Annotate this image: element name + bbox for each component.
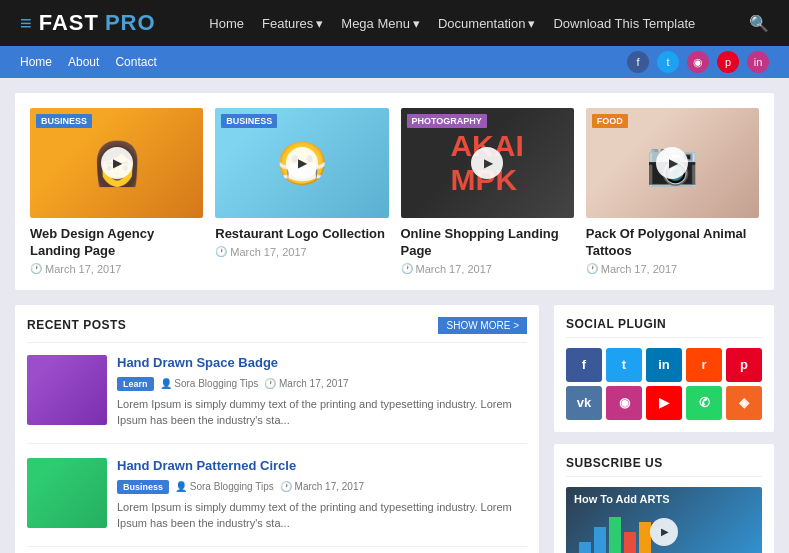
post-thumb-1 — [27, 355, 107, 425]
social-instagram-btn[interactable]: ◉ — [606, 386, 642, 420]
post-item-1: Hand Drawn Space Badge Learn 👤 Sora Blog… — [27, 355, 527, 444]
logo-icon: ≡ — [20, 12, 33, 35]
post-item-2: Hand Drawn Patterned Circle Business 👤 S… — [27, 458, 527, 547]
post-content-1: Hand Drawn Space Badge Learn 👤 Sora Blog… — [117, 355, 527, 429]
featured-title-2: Restaurant Logo Collection — [215, 226, 388, 243]
featured-section: 👩 BUSINESS Web Design Agency Landing Pag… — [15, 93, 774, 290]
social-grid: f t in r p vk ◉ ▶ ✆ ◈ — [566, 348, 762, 420]
nav-download[interactable]: Download This Template — [553, 16, 695, 31]
nav-home[interactable]: Home — [209, 16, 244, 31]
sidebar: SOCIAL PLUGIN f t in r p vk ◉ ▶ ✆ ◈ SUBS… — [554, 305, 774, 553]
social-vk-btn[interactable]: vk — [566, 386, 602, 420]
recent-posts-title: RECENT POSTS — [27, 318, 126, 332]
post-content-2: Hand Drawn Patterned Circle Business 👤 S… — [117, 458, 527, 532]
post-excerpt-1: Lorem Ipsum is simply dummy text of the … — [117, 396, 527, 429]
social-whatsapp-btn[interactable]: ✆ — [686, 386, 722, 420]
instagram-icon[interactable]: ◉ — [687, 51, 709, 73]
post-title-1[interactable]: Hand Drawn Space Badge — [117, 355, 527, 372]
featured-date-4: 🕐 March 17, 2017 — [586, 263, 759, 275]
sec-nav-home[interactable]: Home — [20, 55, 52, 69]
post-meta-2: Business 👤 Sora Blogging Tips 🕐 March 17… — [117, 480, 527, 494]
subscribe-card: SUBSCRIBE US — [554, 444, 774, 553]
show-more-button[interactable]: SHOW MORE > — [438, 317, 527, 334]
category-badge-2: BUSINESS — [221, 114, 277, 128]
social-reddit-btn[interactable]: r — [686, 348, 722, 382]
featured-date-3: 🕐 March 17, 2017 — [401, 263, 574, 275]
post-tag-2[interactable]: Business — [117, 480, 169, 494]
featured-thumb-2: 😷 BUSINESS — [215, 108, 388, 218]
post-thumb-2 — [27, 458, 107, 528]
category-badge-3: PHOTOGRAPHY — [407, 114, 487, 128]
featured-thumb-3: AKAIMPK PHOTOGRAPHY — [401, 108, 574, 218]
secondary-nav-links: Home About Contact — [20, 55, 157, 69]
social-plugin-title: SOCIAL PLUGIN — [566, 317, 762, 338]
nav-documentation[interactable]: Documentation ▾ — [438, 16, 535, 31]
social-twitter-btn[interactable]: t — [606, 348, 642, 382]
post-date-2: 🕐 March 17, 2017 — [280, 481, 364, 492]
nav-mega-menu[interactable]: Mega Menu ▾ — [341, 16, 420, 31]
featured-title-1: Web Design Agency Landing Page — [30, 226, 203, 260]
play-button-4[interactable] — [656, 147, 688, 179]
post-title-2[interactable]: Hand Drawn Patterned Circle — [117, 458, 527, 475]
clock-icon-4: 🕐 — [586, 263, 598, 274]
featured-thumb-1: 👩 BUSINESS — [30, 108, 203, 218]
featured-item-4[interactable]: 📷 FOOD Pack Of Polygonal Animal Tattoos … — [586, 108, 759, 275]
instagram-icon-2[interactable]: in — [747, 51, 769, 73]
featured-title-4: Pack Of Polygonal Animal Tattoos — [586, 226, 759, 260]
featured-item-3[interactable]: AKAIMPK PHOTOGRAPHY Online Shopping Land… — [401, 108, 574, 275]
play-button-3[interactable] — [471, 147, 503, 179]
post-meta-1: Learn 👤 Sora Blogging Tips 🕐 March 17, 2… — [117, 377, 527, 391]
featured-date-1: 🕐 March 17, 2017 — [30, 263, 203, 275]
play-button-2[interactable] — [286, 147, 318, 179]
lower-section: RECENT POSTS SHOW MORE > Hand Drawn Spac… — [15, 305, 774, 553]
play-button-1[interactable] — [101, 147, 133, 179]
social-pinterest-btn[interactable]: p — [726, 348, 762, 382]
social-plugin-card: SOCIAL PLUGIN f t in r p vk ◉ ▶ ✆ ◈ — [554, 305, 774, 432]
featured-grid: 👩 BUSINESS Web Design Agency Landing Pag… — [30, 108, 759, 275]
category-badge-1: BUSINESS — [36, 114, 92, 128]
nav-features[interactable]: Features ▾ — [262, 16, 323, 31]
post-tag-1[interactable]: Learn — [117, 377, 154, 391]
chevron-down-icon: ▾ — [316, 16, 323, 31]
clock-icon-3: 🕐 — [401, 263, 413, 274]
post-date-1: 🕐 March 17, 2017 — [264, 378, 348, 389]
sec-nav-contact[interactable]: Contact — [115, 55, 156, 69]
subscribe-title: SUBSCRIBE US — [566, 456, 762, 477]
secondary-nav-social: f t ◉ p in — [627, 51, 769, 73]
logo[interactable]: ≡ FASTPRO — [20, 10, 156, 36]
logo-pro: PRO — [105, 10, 156, 36]
search-icon[interactable]: 🔍 — [749, 14, 769, 33]
featured-date-2: 🕐 March 17, 2017 — [215, 246, 388, 258]
logo-fast: FAST — [39, 10, 99, 36]
chevron-down-icon-3: ▾ — [528, 16, 535, 31]
featured-item-2[interactable]: 😷 BUSINESS Restaurant Logo Collection 🕐 … — [215, 108, 388, 275]
social-linkedin-btn[interactable]: in — [646, 348, 682, 382]
main-menu: Home Features ▾ Mega Menu ▾ Documentatio… — [209, 16, 695, 31]
featured-thumb-4: 📷 FOOD — [586, 108, 759, 218]
featured-item-1[interactable]: 👩 BUSINESS Web Design Agency Landing Pag… — [30, 108, 203, 275]
subscribe-video-overlay-text: How To Add ARTS — [574, 493, 670, 505]
chevron-down-icon-2: ▾ — [413, 16, 420, 31]
post-author-1: 👤 Sora Blogging Tips — [160, 378, 259, 389]
recent-posts-header: RECENT POSTS SHOW MORE > — [27, 317, 527, 343]
post-excerpt-2: Lorem Ipsum is simply dummy text of the … — [117, 499, 527, 532]
facebook-icon[interactable]: f — [627, 51, 649, 73]
top-nav: ≡ FASTPRO Home Features ▾ Mega Menu ▾ Do… — [0, 0, 789, 46]
twitter-icon[interactable]: t — [657, 51, 679, 73]
clock-icon-1: 🕐 — [30, 263, 42, 274]
pinterest-icon[interactable]: p — [717, 51, 739, 73]
featured-title-3: Online Shopping Landing Page — [401, 226, 574, 260]
social-rss-btn[interactable]: ◈ — [726, 386, 762, 420]
social-youtube-btn[interactable]: ▶ — [646, 386, 682, 420]
recent-posts-section: RECENT POSTS SHOW MORE > Hand Drawn Spac… — [15, 305, 539, 553]
secondary-nav: Home About Contact f t ◉ p in — [0, 46, 789, 78]
clock-icon-2: 🕐 — [215, 246, 227, 257]
category-badge-4: FOOD — [592, 114, 628, 128]
post-author-2: 👤 Sora Blogging Tips — [175, 481, 274, 492]
subscribe-thumb[interactable]: How To Add ARTS — [566, 487, 762, 553]
sec-nav-about[interactable]: About — [68, 55, 99, 69]
main-wrapper: 👩 BUSINESS Web Design Agency Landing Pag… — [0, 78, 789, 553]
social-facebook-btn[interactable]: f — [566, 348, 602, 382]
subscribe-play-button[interactable] — [650, 518, 678, 546]
